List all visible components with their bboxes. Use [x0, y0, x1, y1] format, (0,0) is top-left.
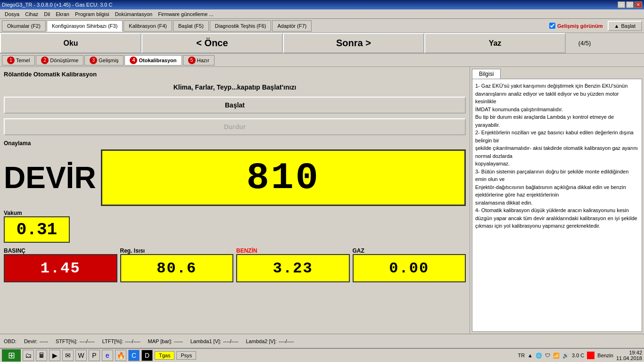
lambda2-label: Lambda2 [V]: — [246, 338, 277, 344]
ltft-label: LTFT[%]: — [102, 338, 123, 344]
basinc-display: 1.45 — [4, 254, 117, 282]
step-donusturme[interactable]: 2 Dönüştürme — [36, 55, 83, 66]
menu-ekran[interactable]: Ekran — [53, 10, 72, 18]
tab-okumalar[interactable]: Okumalar (F2) — [2, 20, 46, 32]
lambda2-status: Lambda2 [V]: ----/---- — [246, 338, 294, 344]
taskbar-icon-7[interactable]: e — [102, 350, 113, 361]
devir-status-label: Devir: — [24, 338, 38, 344]
read-button[interactable]: Oku — [0, 33, 141, 53]
taskbar-icon-10[interactable]: D — [141, 350, 153, 361]
ltft-status: LTFT[%]: ----/---- — [102, 338, 140, 344]
durdur-button[interactable]: Durdur — [4, 118, 466, 135]
map-val: ----- — [174, 338, 182, 344]
toolbar: Okumalar (F2) Konfigürasyon Sihirbazı (F… — [0, 19, 644, 33]
title-text: DiegoG3_TR - 3.0.8.0 (+1.45) - Gas ECU: … — [2, 2, 618, 8]
step-num-3: 3 — [90, 57, 97, 64]
lambda2-val: ----/---- — [279, 338, 294, 344]
bilgi-tab[interactable]: Bilgisi — [472, 69, 501, 79]
forward-button[interactable]: Sonra > — [283, 33, 424, 53]
status-indicator — [587, 352, 594, 359]
psys-button[interactable]: Psys — [176, 351, 196, 360]
antivirus-icon: 🛡 — [545, 353, 550, 358]
minimize-button[interactable]: ─ — [618, 1, 625, 8]
write-button[interactable]: Yaz — [424, 33, 566, 53]
bilgi-content: 1- Gaz EKÜ'sü yakıt karışımını değiştirm… — [472, 79, 642, 332]
vakum-display: 0.31 — [4, 216, 70, 243]
wizard-steps: 1 Temel 2 Dönüştürme 3 Gelişmiş 4 Otokal… — [0, 54, 644, 67]
taskbar-icon-8[interactable]: 🔥 — [115, 350, 126, 361]
main-area: Rölantide Otomatik Kalibrasyon Klima, Fa… — [0, 67, 644, 334]
menu-dil[interactable]: Dil — [41, 10, 53, 18]
back-button[interactable]: < Önce — [141, 33, 283, 53]
tab-diagnostik[interactable]: Diagnostik Teşhis (F6) — [210, 20, 272, 32]
taskbar-icon-6[interactable]: P — [89, 350, 100, 361]
step-hazir[interactable]: 5 Hazır — [183, 55, 215, 66]
step-num-5: 5 — [188, 57, 196, 64]
locale-label: TR — [518, 353, 525, 358]
fuel-type: Benzin — [597, 353, 613, 358]
map-status: MAP [bar]: ----- — [148, 338, 183, 344]
advanced-view-section: Gelişmiş görünüm — [549, 23, 603, 29]
taskbar-icon-4[interactable]: ✉ — [62, 350, 74, 361]
stft-val: ----/---- — [79, 338, 94, 344]
devir-label: DEVİR — [4, 160, 96, 195]
tab-baslat[interactable]: Başlat (F5) — [173, 20, 209, 32]
lambda1-val: ----/---- — [223, 338, 238, 344]
tgas-button[interactable]: Tgas — [155, 351, 174, 360]
step-gelismis[interactable]: 3 Gelişmiş — [84, 55, 124, 66]
menu-cihaz[interactable]: Cihaz — [22, 10, 41, 18]
network-icon: 🌐 — [536, 353, 542, 359]
stft-label: STFT[%]: — [56, 338, 77, 344]
step-label-4: Otokalibrasyon — [139, 58, 176, 63]
map-label: MAP [bar]: — [148, 338, 173, 344]
taskbar-icon-3[interactable]: ▶ — [49, 350, 60, 361]
arrow-up-icon: ▲ — [528, 353, 533, 358]
step-num-2: 2 — [41, 57, 49, 64]
menu-program-bilgisi[interactable]: Program bilgisi — [72, 10, 112, 18]
obd-label: OBD: — [4, 338, 17, 344]
title-bar: DiegoG3_TR - 3.0.8.0 (+1.45) - Gas ECU: … — [0, 0, 644, 9]
window-controls: ─ □ ✕ — [618, 1, 642, 8]
volume-icon: 🔊 — [562, 353, 569, 359]
rpm-value: 810 — [247, 156, 320, 199]
temp-display: 3.0 C — [572, 353, 584, 358]
vakum-section: Vakum 0.31 — [4, 210, 70, 243]
advanced-view-checkbox[interactable] — [549, 23, 555, 29]
gaz-item: GAZ 0.00 — [353, 247, 466, 282]
rpm-display: 810 — [101, 149, 466, 206]
tab-konfigurasyon[interactable]: Konfigürasyon Sihirbazı (F3) — [47, 20, 123, 32]
taskbar-icon-9[interactable]: C — [128, 350, 140, 361]
devir-area: DEVİR 810 — [4, 149, 466, 206]
taskbar-icon-2[interactable]: 🖩 — [36, 350, 47, 361]
tab-adaptor[interactable]: Adaptör (F7) — [272, 20, 312, 32]
step-label-5: Hazır — [197, 58, 209, 63]
devir-status-val: ----- — [40, 338, 48, 344]
lambda1-status: Lambda1 [V]: ----/---- — [190, 338, 239, 344]
menu-dosya[interactable]: Dosya — [2, 10, 22, 18]
advanced-view-label: Gelişmiş görünüm — [557, 23, 603, 29]
close-button[interactable]: ✕ — [635, 1, 642, 8]
benzin-item: BENZİN 3.23 — [236, 247, 350, 282]
menu-firmware[interactable]: Firmware güncelleme ... — [155, 10, 216, 18]
step-otokalibrasyon[interactable]: 4 Otokalibrasyon — [124, 55, 182, 66]
step-label-1: Temel — [16, 58, 30, 63]
tab-kalibrasyon[interactable]: Kalibrasyon (F4) — [124, 20, 172, 32]
ltft-val: ----/---- — [125, 338, 140, 344]
benzin-label: BENZİN — [236, 247, 350, 254]
date: 11.04.2018 — [616, 355, 642, 361]
taskbar-icon-1[interactable]: 🗂 — [23, 350, 34, 361]
start-menu-button[interactable]: ⊞ — [2, 349, 21, 362]
signal-icon: 📶 — [553, 353, 560, 359]
section-title: Rölantide Otomatik Kalibrasyon — [4, 71, 466, 78]
step-temel[interactable]: 1 Temel — [2, 55, 35, 66]
bilgi-tab-row: Bilgisi — [472, 69, 642, 79]
left-panel: Rölantide Otomatik Kalibrasyon Klima, Fa… — [0, 67, 470, 334]
benzin-display: 3.23 — [236, 254, 350, 282]
lambda1-label: Lambda1 [V]: — [190, 338, 221, 344]
taskbar-icon-5[interactable]: W — [75, 350, 87, 361]
maximize-button[interactable]: □ — [626, 1, 634, 8]
menu-dokumantasyon[interactable]: Dokümantasyon — [112, 10, 156, 18]
taskbar: ⊞ 🗂 🖩 ▶ ✉ W P e 🔥 C D Tgas Psys TR ▲ 🌐 🛡… — [0, 348, 644, 362]
baslat-button[interactable]: Başlat — [4, 97, 466, 114]
toolbar-start-button[interactable]: ▲ Başlat — [608, 21, 642, 31]
